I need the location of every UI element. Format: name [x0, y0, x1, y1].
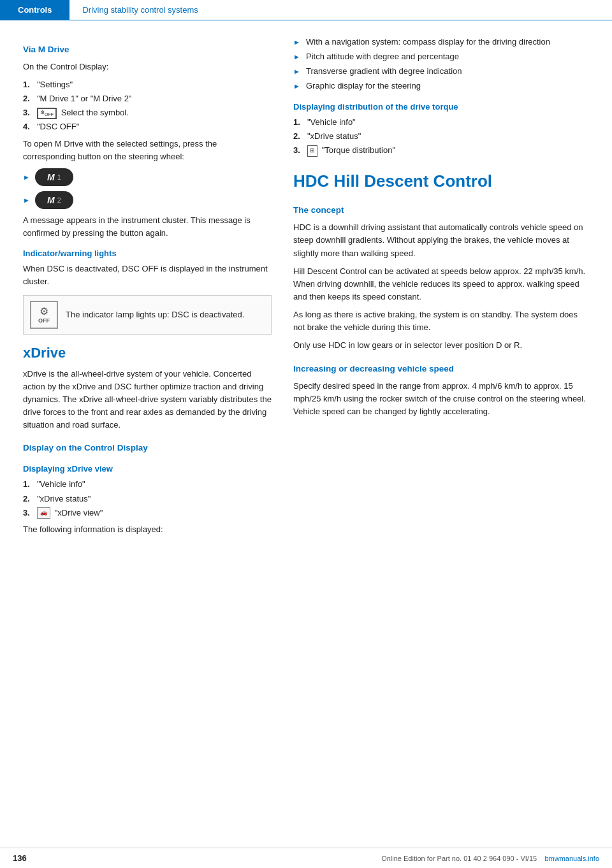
- m1-button-row: ► M 1: [23, 168, 272, 186]
- concept-para-3: As long as there is active braking, the …: [293, 308, 589, 334]
- concept-para-4: Only use HDC in low gears or in selector…: [293, 339, 589, 352]
- indicator-desc: When DSC is deactivated, DSC OFF is disp…: [23, 263, 272, 288]
- m2-arrow-icon: ►: [23, 196, 30, 204]
- bullet-compass: ► With a navigation system: compass disp…: [293, 36, 589, 48]
- torque-step-3: 3. ⊞ "Torque distribution": [293, 144, 589, 157]
- header-section-driving: Driving stability control systems: [69, 0, 210, 20]
- header-right-label: Driving stability control systems: [82, 5, 198, 15]
- confirm-text: A message appears in the instrument clus…: [23, 214, 272, 240]
- xdrive-title: xDrive: [23, 342, 272, 364]
- indicator-box-text: The indicator lamp lights up: DSC is dea…: [66, 309, 244, 321]
- page-header: Controls Driving stability control syste…: [0, 0, 612, 20]
- bullet-pitch: ► Pitch attitude with degree and percent…: [293, 50, 589, 63]
- page-footer: 136 Online Edition for Part no. 01 40 2 …: [0, 848, 612, 868]
- left-column: Via M Drive On the Control Display: 1. "…: [0, 33, 287, 541]
- m2-button-row: ► M 2: [23, 191, 272, 209]
- arrow-icon-2: ►: [293, 52, 303, 62]
- step-3: 3. ⚙OFF Select the symbol.: [23, 106, 272, 119]
- concept-para-1: HDC is a downhill driving assistant that…: [293, 221, 589, 259]
- step-2: 2. "M Drive 1" or "M Drive 2": [23, 92, 272, 105]
- torque-icon: ⊞: [307, 145, 317, 157]
- following-info-text: The following information is displayed:: [23, 523, 272, 536]
- arrow-icon-3: ►: [293, 66, 303, 77]
- info-bullets: ► With a navigation system: compass disp…: [293, 36, 589, 93]
- xdrive-step-3: 3. 🚗 "xDrive view": [23, 507, 272, 519]
- m1-button: M 1: [35, 168, 73, 186]
- speed-section-title: Increasing or decreasing vehicle speed: [293, 363, 589, 376]
- part-info: Online Edition for Part no. 01 40 2 964 …: [381, 855, 599, 862]
- right-column: ► With a navigation system: compass disp…: [287, 33, 612, 541]
- xdrive-view-icon: 🚗: [37, 507, 50, 519]
- indicator-box: ⚙ OFF The indicator lamp lights up: DSC …: [23, 295, 272, 335]
- step-1: 1. "Settings": [23, 78, 272, 91]
- page-number: 136: [13, 853, 27, 863]
- speed-section-text: Specify desired speed in the range from …: [293, 380, 589, 418]
- arrow-icon-1: ►: [293, 37, 303, 48]
- torque-step-1: 1. "Vehicle info": [293, 116, 589, 129]
- step-4: 4. "DSC OFF": [23, 120, 272, 133]
- header-section-controls: Controls: [0, 0, 69, 20]
- concept-para-2: Hill Descent Control can be activated at…: [293, 265, 589, 303]
- indicator-title: Indicator/warning lights: [23, 247, 272, 260]
- via-m-drive-subtitle: On the Control Display:: [23, 61, 272, 73]
- xdrive-step-1: 1. "Vehicle info": [23, 478, 272, 491]
- torque-step-2: 2. "xDrive status": [293, 130, 589, 143]
- arrow-icon-4: ►: [293, 81, 303, 92]
- drive-torque-steps: 1. "Vehicle info" 2. "xDrive status" 3. …: [293, 116, 589, 157]
- bullet-graphic: ► Graphic display for the steering: [293, 80, 589, 92]
- bullet-transverse: ► Transverse gradient with degree indica…: [293, 65, 589, 78]
- drive-torque-title: Displaying distribution of the drive tor…: [293, 101, 589, 113]
- xdrive-step-2: 2. "xDrive status": [23, 493, 272, 505]
- via-m-drive-title: Via M Drive: [23, 43, 272, 57]
- xdrive-view-title: Displaying xDrive view: [23, 463, 272, 475]
- concept-title: The concept: [293, 204, 589, 217]
- header-left-label: Controls: [18, 5, 52, 15]
- dsc-off-symbol: ⚙OFF: [37, 108, 57, 119]
- hdc-big-title: HDC Hill Descent Control: [293, 168, 589, 194]
- display-control-title: Display on the Control Display: [23, 442, 272, 455]
- via-m-drive-steps: 1. "Settings" 2. "M Drive 1" or "M Drive…: [23, 78, 272, 134]
- m2-button: M 2: [35, 191, 73, 209]
- open-m-drive-text: To open M Drive with the selected settin…: [23, 138, 272, 163]
- dsc-indicator-icon: ⚙ OFF: [30, 301, 58, 329]
- main-content: Via M Drive On the Control Display: 1. "…: [0, 20, 612, 541]
- xdrive-desc: xDrive is the all-wheel-drive system of …: [23, 368, 272, 432]
- m1-arrow-icon: ►: [23, 173, 30, 181]
- xdrive-view-steps: 1. "Vehicle info" 2. "xDrive status" 3. …: [23, 478, 272, 519]
